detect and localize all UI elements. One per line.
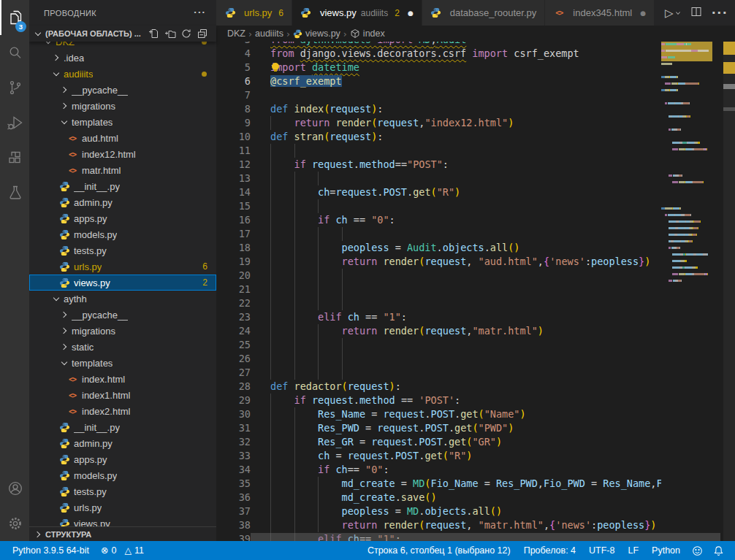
more-actions-icon[interactable] <box>194 8 206 18</box>
tree-item-views-py[interactable]: views.py2 <box>29 275 216 291</box>
split-editor-icon[interactable] <box>690 6 702 20</box>
tree-item-index12-html[interactable]: index12.html <box>29 146 216 162</box>
new-folder-icon[interactable] <box>164 27 177 40</box>
tree-item-label: index2.html <box>82 406 130 417</box>
indent-guide <box>294 199 295 213</box>
indent-guide <box>270 366 271 380</box>
line-number: 30 <box>216 407 251 421</box>
tree-item-audiiits[interactable]: audiiits <box>29 66 216 82</box>
tree-item-templates[interactable]: templates <box>29 355 216 371</box>
language-mode[interactable]: Python <box>648 541 684 560</box>
tree-item-label: audiiits <box>64 69 93 80</box>
tree-item-matr-html[interactable]: matr.html <box>29 162 216 178</box>
tree-item--init-py[interactable]: __init__.py <box>29 178 216 194</box>
eol[interactable]: LF <box>624 541 642 560</box>
workspace-name: (РАБОЧАЯ ОБЛАСТЬ) ... <box>45 29 148 38</box>
horizontal-scrollbar[interactable] <box>251 533 720 541</box>
notifications-bell-icon[interactable] <box>711 545 726 556</box>
tree-item-models-py[interactable]: models.py <box>29 226 216 242</box>
selection-info[interactable]: Строка 6, столбец 1 (выбрано 12) <box>364 541 514 560</box>
tree-item-dkz[interactable]: DKZ <box>29 42 216 50</box>
indent-guide <box>318 518 319 532</box>
tab-views-py[interactable]: views.pyaudiiits2 <box>292 0 422 26</box>
tree-item--init-py[interactable]: __init__.py <box>29 419 216 435</box>
run-debug-icon[interactable] <box>0 105 29 140</box>
testing-icon[interactable] <box>0 175 29 210</box>
tree-item--pycache-[interactable]: __pycache__ <box>29 82 216 98</box>
tree-item-label: models.py <box>74 229 117 240</box>
overview-ruler[interactable] <box>723 42 735 541</box>
line-number: 10 <box>216 130 251 144</box>
tree-item--idea[interactable]: .idea <box>29 50 216 66</box>
breadcrumb-item-views-py[interactable]: views.py <box>293 28 340 39</box>
new-file-icon[interactable] <box>148 27 161 40</box>
indent-guide <box>294 296 295 310</box>
tree-item-static[interactable]: static <box>29 339 216 355</box>
outline-section-header[interactable]: СТРУКТУРА <box>29 526 216 541</box>
tree-item-apps-py[interactable]: apps.py <box>29 210 216 226</box>
selection-mark <box>723 84 735 89</box>
tree-item-urls-py[interactable]: urls.py6 <box>29 258 216 275</box>
tree-item--pycache-[interactable]: __pycache__ <box>29 307 216 323</box>
tree-item-aythh[interactable]: aythh <box>29 291 216 307</box>
tab-index345-html[interactable]: index345.html <box>545 0 655 26</box>
tree-item-apps-py[interactable]: apps.py <box>29 451 216 467</box>
line-number: 12 <box>216 158 251 172</box>
python-file-icon <box>293 29 302 39</box>
workspace-section-header[interactable]: (РАБОЧАЯ ОБЛАСТЬ) ... <box>29 26 216 42</box>
tree-item-label: static <box>72 342 94 353</box>
encoding[interactable]: UTF-8 <box>585 541 618 560</box>
extensions-icon[interactable] <box>0 140 29 175</box>
tree-item-urls-py[interactable]: urls.py <box>29 499 216 515</box>
code-editor[interactable]: 3from aythh.models import MD,Audit4from … <box>216 42 735 541</box>
code-line: 21 <box>216 283 735 296</box>
tree-item-models-py[interactable]: models.py <box>29 467 216 483</box>
tree-item-label: index.html <box>82 374 125 385</box>
settings-gear-icon[interactable] <box>0 506 29 541</box>
tree-item-tests-py[interactable]: tests.py <box>29 242 216 258</box>
more-actions-icon[interactable] <box>712 6 728 20</box>
tree-item-aud-html[interactable]: aud.html <box>29 130 216 146</box>
feedback-smiley-icon[interactable] <box>690 545 705 556</box>
search-icon[interactable] <box>0 35 29 70</box>
sidebar-explorer: ПРОВОДНИК (РАБОЧАЯ ОБЛАСТЬ) ... <box>29 0 216 541</box>
tree-item-index-html[interactable]: index.html <box>29 371 216 387</box>
run-python-file-icon[interactable] <box>665 7 681 20</box>
tree-item-migrations[interactable]: migrations <box>29 323 216 339</box>
collapse-all-icon[interactable] <box>196 27 209 40</box>
tree-item-admin-py[interactable]: admin.py <box>29 435 216 451</box>
lightbulb-icon[interactable] <box>271 63 280 72</box>
minimap[interactable] <box>661 42 712 285</box>
refresh-icon[interactable] <box>180 27 193 40</box>
minimap-line <box>661 55 712 61</box>
explorer-icon[interactable]: 3 <box>0 0 29 35</box>
python-interpreter-item[interactable]: Python 3.9.5 64-bit <box>9 541 93 560</box>
minimap-line <box>661 114 712 120</box>
indent-guide <box>270 172 271 185</box>
breadcrumb-item-dkz[interactable]: DKZ <box>227 28 245 39</box>
account-icon[interactable] <box>0 471 29 506</box>
tree-item-templates[interactable]: templates <box>29 114 216 130</box>
section-actions <box>148 27 216 40</box>
indent-guide <box>294 324 295 338</box>
tree-item-index1-html[interactable]: index1.html <box>29 387 216 403</box>
tree-item-label: views.py <box>74 518 110 527</box>
indent-guide <box>270 449 271 463</box>
python-file-icon <box>58 180 70 192</box>
tree-item-index2-html[interactable]: index2.html <box>29 403 216 419</box>
source-control-icon[interactable] <box>0 70 29 105</box>
tree-item-migrations[interactable]: migrations <box>29 98 216 114</box>
chevron-right-icon <box>58 325 70 337</box>
breadcrumb-item-audiiits[interactable]: audiiits <box>255 28 283 39</box>
code-line: 28def redactor(request): <box>216 380 735 394</box>
code-line: 27 <box>216 366 735 380</box>
tree-item-tests-py[interactable]: tests.py <box>29 483 216 499</box>
tree-item-views-py[interactable]: views.py <box>29 515 216 526</box>
tab-urls-py[interactable]: urls.py6 <box>216 0 292 26</box>
tab-database-roouter-py[interactable]: database_roouter.py <box>422 0 546 26</box>
tree-item-admin-py[interactable]: admin.py <box>29 194 216 210</box>
indentation[interactable]: Пробелов: 4 <box>520 541 579 560</box>
chevron-right-icon <box>286 28 290 39</box>
problems-indicator[interactable]: 011 <box>97 541 148 560</box>
breadcrumb-item-index[interactable]: index <box>350 28 385 39</box>
